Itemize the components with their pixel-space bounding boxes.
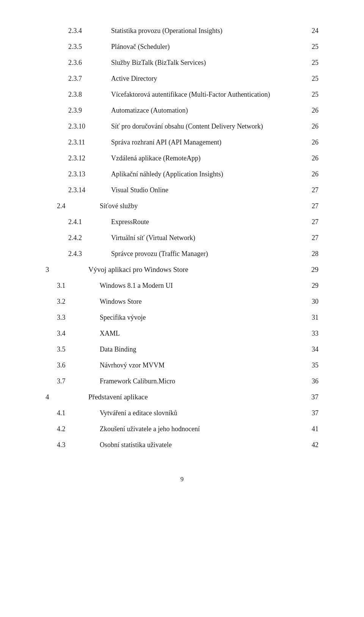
toc-entry-page: 33	[289, 325, 318, 341]
toc-entry-page: 26	[289, 150, 318, 166]
toc-row: 2.3.8Vícefaktorová autentifikace (Multi-…	[46, 86, 318, 102]
toc-entry-title: Statistika provozu (Operational Insights…	[88, 23, 289, 39]
toc-row: 3.1Windows 8.1 a Modern UI29	[46, 278, 318, 294]
toc-entry-number: 2.3.7	[46, 71, 88, 86]
toc-entry-page: 27	[289, 230, 318, 246]
toc-entry-page: 37	[289, 389, 318, 405]
toc-row: 4.1Vytváření a editace slovníků37	[46, 405, 318, 421]
toc-row: 3.2Windows Store30	[46, 294, 318, 309]
toc-row: 3.5Data Binding34	[46, 341, 318, 357]
toc-entry-title: Aplikační náhledy (Application Insights)	[88, 166, 289, 182]
toc-row: 2.3.11Správa rozhraní API (API Managemen…	[46, 134, 318, 150]
toc-entry-number: 2.3.10	[46, 118, 88, 134]
toc-entry-number: 3.7	[46, 373, 88, 389]
toc-entry-page: 25	[289, 71, 318, 86]
toc-entry-number: 3.4	[46, 325, 88, 341]
toc-row: 4Představení aplikace37	[46, 389, 318, 405]
toc-entry-page: 26	[289, 134, 318, 150]
toc-row: 3.3Specifika vývoje31	[46, 309, 318, 325]
toc-entry-number: 3.6	[46, 357, 88, 373]
toc-entry-title: Windows 8.1 a Modern UI	[88, 278, 289, 294]
toc-entry-title: Síťové služby	[88, 198, 289, 214]
toc-entry-title: Zkoušení uživatele a jeho hodnocení	[88, 421, 289, 437]
toc-row: 3.7Framework Caliburn.Micro36	[46, 373, 318, 389]
toc-entry-page: 31	[289, 309, 318, 325]
toc-row: 2.3.7Active Directory25	[46, 71, 318, 86]
toc-row: 2.3.12Vzdálená aplikace (RemoteApp)26	[46, 150, 318, 166]
toc-entry-title: Osobní statistika uživatele	[88, 437, 289, 453]
toc-row: 2.4.2Virtuální síť (Virtual Network)27	[46, 230, 318, 246]
toc-entry-number: 3	[46, 262, 88, 278]
toc-entry-title: Vícefaktorová autentifikace (Multi-Facto…	[88, 86, 289, 102]
toc-entry-number: 2.4.1	[46, 214, 88, 230]
toc-entry-page: 36	[289, 373, 318, 389]
toc-entry-title: Windows Store	[88, 294, 289, 309]
toc-entry-page: 37	[289, 405, 318, 421]
toc-entry-title: Vývoj aplikací pro Windows Store	[88, 262, 289, 278]
toc-entry-number: 3.1	[46, 278, 88, 294]
toc-entry-page: 26	[289, 166, 318, 182]
toc-entry-title: XAML	[88, 325, 289, 341]
toc-entry-number: 4.1	[46, 405, 88, 421]
toc-entry-title: Návrhový vzor MVVM	[88, 357, 289, 373]
toc-entry-title: Plánovač (Scheduler)	[88, 39, 289, 55]
toc-row: 3.4XAML33	[46, 325, 318, 341]
toc-entry-page: 27	[289, 198, 318, 214]
toc-entry-title: Framework Caliburn.Micro	[88, 373, 289, 389]
toc-row: 2.3.9Automatizace (Automation)26	[46, 102, 318, 118]
toc-entry-page: 25	[289, 39, 318, 55]
toc-entry-number: 2.4.2	[46, 230, 88, 246]
toc-row: 2.4.1ExpressRoute27	[46, 214, 318, 230]
toc-entry-title: Služby BizTalk (BizTalk Services)	[88, 55, 289, 71]
toc-entry-title: Active Directory	[88, 71, 289, 86]
page-footer: 9	[46, 476, 318, 483]
toc-entry-page: 25	[289, 86, 318, 102]
toc-row: 3.6Návrhový vzor MVVM35	[46, 357, 318, 373]
toc-entry-page: 29	[289, 278, 318, 294]
toc-entry-number: 4.3	[46, 437, 88, 453]
toc-row: 2.3.5Plánovač (Scheduler)25	[46, 39, 318, 55]
toc-entry-page: 30	[289, 294, 318, 309]
toc-entry-page: 27	[289, 214, 318, 230]
toc-entry-page: 25	[289, 55, 318, 71]
toc-entry-page: 24	[289, 23, 318, 39]
toc-entry-page: 28	[289, 246, 318, 262]
toc-entry-page: 34	[289, 341, 318, 357]
toc-entry-page: 26	[289, 118, 318, 134]
toc-row: 4.2Zkoušení uživatele a jeho hodnocení41	[46, 421, 318, 437]
toc-entry-number: 2.3.6	[46, 55, 88, 71]
toc-entry-number: 2.3.4	[46, 23, 88, 39]
toc-entry-title: Vytváření a editace slovníků	[88, 405, 289, 421]
toc-entry-number: 3.2	[46, 294, 88, 309]
toc-entry-number: 2.3.13	[46, 166, 88, 182]
toc-entry-number: 2.4	[46, 198, 88, 214]
toc-entry-number: 2.3.11	[46, 134, 88, 150]
toc-entry-number: 2.3.5	[46, 39, 88, 55]
toc-entry-number: 2.4.3	[46, 246, 88, 262]
toc-row: 2.3.6Služby BizTalk (BizTalk Services)25	[46, 55, 318, 71]
toc-table: 2.3.4Statistika provozu (Operational Ins…	[46, 23, 318, 453]
toc-row: 4.3Osobní statistika uživatele42	[46, 437, 318, 453]
toc-entry-page: 41	[289, 421, 318, 437]
toc-row: 2.3.14Visual Studio Online27	[46, 182, 318, 198]
toc-row: 2.3.10Síť pro doručování obsahu (Content…	[46, 118, 318, 134]
toc-entry-title: Automatizace (Automation)	[88, 102, 289, 118]
toc-entry-title: Visual Studio Online	[88, 182, 289, 198]
toc-entry-title: ExpressRoute	[88, 214, 289, 230]
toc-row: 2.3.13Aplikační náhledy (Application Ins…	[46, 166, 318, 182]
toc-entry-number: 2.3.14	[46, 182, 88, 198]
toc-entry-page: 35	[289, 357, 318, 373]
toc-entry-title: Správa rozhraní API (API Management)	[88, 134, 289, 150]
toc-row: 3Vývoj aplikací pro Windows Store29	[46, 262, 318, 278]
toc-entry-number: 3.5	[46, 341, 88, 357]
toc-entry-page: 26	[289, 102, 318, 118]
toc-entry-title: Správce provozu (Traffic Manager)	[88, 246, 289, 262]
toc-entry-title: Představení aplikace	[88, 389, 289, 405]
toc-entry-title: Specifika vývoje	[88, 309, 289, 325]
toc-entry-page: 42	[289, 437, 318, 453]
page-number: 9	[180, 476, 184, 483]
toc-entry-page: 27	[289, 182, 318, 198]
toc-row: 2.4Síťové služby27	[46, 198, 318, 214]
toc-entry-number: 2.3.9	[46, 102, 88, 118]
toc-entry-number: 2.3.12	[46, 150, 88, 166]
